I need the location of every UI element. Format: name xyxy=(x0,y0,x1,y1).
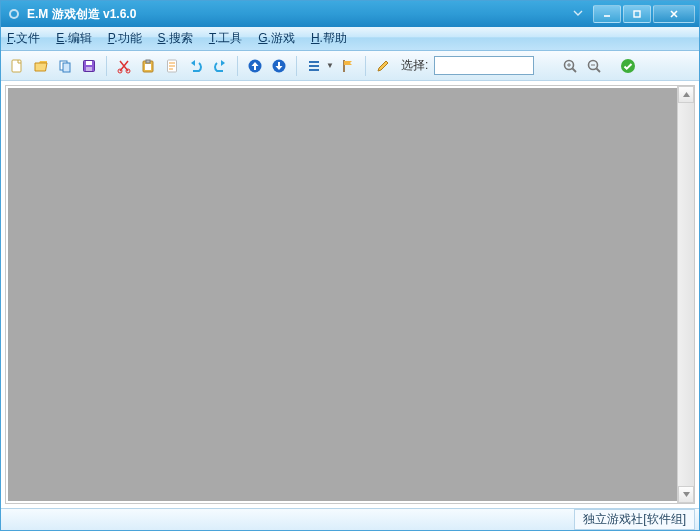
editor-frame xyxy=(5,85,695,504)
arrow-up-circle-icon[interactable] xyxy=(245,56,265,76)
undo-icon[interactable] xyxy=(186,56,206,76)
svg-rect-13 xyxy=(146,60,150,63)
chevron-down-icon[interactable]: ▼ xyxy=(326,61,334,70)
open-folder-icon[interactable] xyxy=(31,56,51,76)
window-controls xyxy=(591,5,695,23)
scroll-track[interactable] xyxy=(678,103,694,486)
svg-point-34 xyxy=(621,59,635,73)
svg-rect-23 xyxy=(309,61,319,63)
svg-rect-14 xyxy=(145,64,151,70)
svg-rect-8 xyxy=(86,61,92,65)
svg-rect-9 xyxy=(86,67,92,71)
title-bar[interactable]: E.M 游戏创造 v1.6.0 xyxy=(1,1,699,27)
list-icon[interactable] xyxy=(304,56,324,76)
document-icon[interactable] xyxy=(162,56,182,76)
new-file-icon[interactable] xyxy=(7,56,27,76)
svg-rect-22 xyxy=(278,62,280,66)
svg-rect-3 xyxy=(634,11,640,17)
zoom-out-icon[interactable] xyxy=(584,56,604,76)
toolbar-separator xyxy=(296,56,297,76)
menu-tools[interactable]: T.工具 xyxy=(209,30,242,47)
svg-point-1 xyxy=(11,11,17,17)
status-text: 独立游戏社[软件组] xyxy=(574,509,695,530)
menu-help[interactable]: H.帮助 xyxy=(311,30,347,47)
app-window: E.M 游戏创造 v1.6.0 F.文件 E.编辑 P.功能 S.搜索 T.工具… xyxy=(0,0,700,531)
svg-line-28 xyxy=(573,68,577,72)
svg-rect-4 xyxy=(12,60,21,72)
status-bar: 独立游戏社[软件组] xyxy=(1,508,699,530)
pencil-icon[interactable] xyxy=(373,56,393,76)
maximize-button[interactable] xyxy=(623,5,651,23)
app-icon xyxy=(7,7,21,21)
select-input[interactable] xyxy=(434,56,534,75)
menu-search[interactable]: S.搜索 xyxy=(158,30,193,47)
menu-bar: F.文件 E.编辑 P.功能 S.搜索 T.工具 G.游戏 H.帮助 xyxy=(1,27,699,51)
ribbon-dropdown-icon[interactable] xyxy=(573,7,583,21)
toolbar-separator xyxy=(365,56,366,76)
arrow-down-circle-icon[interactable] xyxy=(269,56,289,76)
svg-line-32 xyxy=(597,68,601,72)
copy-icon[interactable] xyxy=(55,56,75,76)
editor-canvas[interactable] xyxy=(8,88,677,501)
redo-icon[interactable] xyxy=(210,56,230,76)
minimize-button[interactable] xyxy=(593,5,621,23)
paste-icon[interactable] xyxy=(138,56,158,76)
window-title: E.M 游戏创造 v1.6.0 xyxy=(27,6,136,23)
toolbar: ▼ 选择: xyxy=(1,51,699,81)
vertical-scrollbar[interactable] xyxy=(677,86,694,503)
flag-icon[interactable] xyxy=(338,56,358,76)
scroll-down-button[interactable] xyxy=(678,486,694,503)
menu-file[interactable]: F.文件 xyxy=(7,30,40,47)
check-circle-icon[interactable] xyxy=(618,56,638,76)
save-icon[interactable] xyxy=(79,56,99,76)
menu-edit[interactable]: E.编辑 xyxy=(56,30,91,47)
svg-rect-20 xyxy=(254,66,256,70)
svg-rect-6 xyxy=(63,63,70,72)
menu-function[interactable]: P.功能 xyxy=(108,30,142,47)
zoom-in-icon[interactable] xyxy=(560,56,580,76)
select-label: 选择: xyxy=(401,57,428,74)
svg-rect-24 xyxy=(309,65,319,67)
toolbar-separator xyxy=(237,56,238,76)
cut-icon[interactable] xyxy=(114,56,134,76)
scroll-up-button[interactable] xyxy=(678,86,694,103)
toolbar-separator xyxy=(106,56,107,76)
close-button[interactable] xyxy=(653,5,695,23)
menu-game[interactable]: G.游戏 xyxy=(258,30,295,47)
svg-rect-25 xyxy=(309,69,319,71)
